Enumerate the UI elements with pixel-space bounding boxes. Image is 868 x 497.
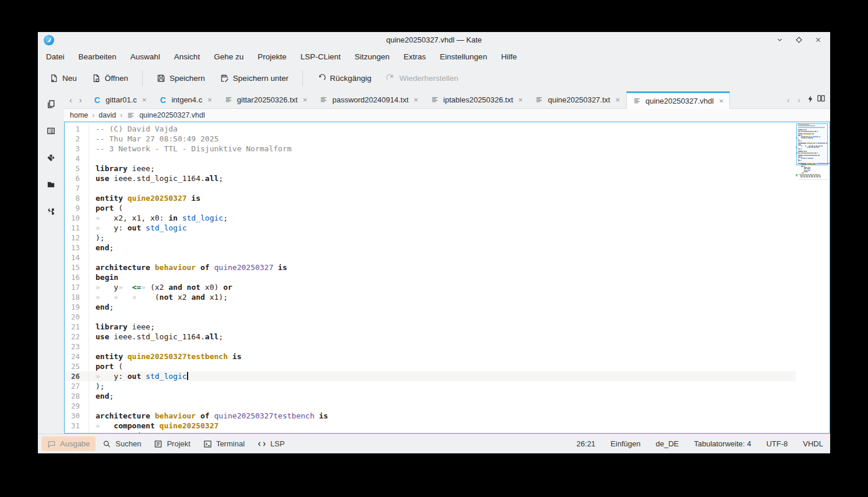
tab-close-icon[interactable]: × [206, 95, 212, 104]
code-line-14[interactable]: 14 [65, 253, 830, 262]
split-view-button[interactable] [817, 94, 825, 106]
tab-iptables20250326.txt[interactable]: iptables20250326.txt× [425, 91, 530, 108]
sidebar-documents-button[interactable] [42, 95, 61, 113]
toggle-lsp[interactable]: LSP [252, 436, 291, 451]
tab-close-icon[interactable]: × [302, 95, 308, 104]
sidebar-filesystem-browser-button[interactable] [42, 175, 61, 194]
code-line-29[interactable]: 29 [65, 401, 830, 411]
menu-hilfe[interactable]: Hilfe [494, 50, 524, 63]
sidebar-project-panel-button[interactable] [42, 122, 61, 140]
quick-open-button[interactable] [806, 94, 814, 105]
code-line-15[interactable]: 15architecture behaviour of quine2025032… [65, 262, 830, 272]
code-line-3[interactable]: 3-- 3 Network - TTL - Disjunktive Normal… [65, 144, 830, 154]
syntax-mode[interactable]: VHDL [803, 439, 823, 448]
rückgängig-button[interactable]: Rückgängig [310, 70, 378, 87]
code-line-2[interactable]: 2-- Thu Mar 27 08:50:49 2025 [65, 134, 830, 144]
line-number: 4 [65, 154, 80, 164]
code-line-16[interactable]: 16begin [65, 272, 830, 282]
menu-projekte[interactable]: Projekte [250, 50, 294, 63]
breadcrumb-home[interactable]: home [70, 111, 88, 119]
speichern-unter-button[interactable]: Speichern unter [213, 70, 295, 87]
speichern-button[interactable]: Speichern [150, 70, 212, 87]
minimap-viewport[interactable] [796, 123, 828, 165]
tab-bar: ‹ ›Cgittar01.c×Cintgen4.c×gittar20250326… [64, 91, 830, 109]
history-back-button[interactable]: ‹ [784, 95, 793, 105]
code-area[interactable]: 1-- (C) David Vajda2-- Thu Mar 27 08:50:… [65, 122, 830, 433]
toggle-ausgabe[interactable]: Ausgabe [41, 436, 96, 451]
minimap-scrollbar[interactable] [796, 122, 830, 433]
code-line-24[interactable]: 24entity quine20250327testbench is [65, 352, 830, 361]
code-line-28[interactable]: 28end; [65, 391, 830, 401]
menu-datei[interactable]: Datei [39, 50, 72, 63]
tab-password20240914.txt[interactable]: password20240914.txt× [313, 91, 424, 108]
tab-close-icon[interactable]: × [141, 95, 147, 104]
tab-quine20250327.txt[interactable]: quine20250327.txt× [529, 91, 626, 108]
code-line-26[interactable]: 26» y: out std_logic [65, 371, 830, 381]
neu-button[interactable]: Neu [43, 70, 84, 87]
tab-scroll-left[interactable]: ‹ [66, 95, 75, 105]
menu-lsp-client[interactable]: LSP-CLient [294, 50, 348, 63]
breadcrumb-file[interactable]: quine20250327.vhdl [139, 111, 205, 119]
tab-width[interactable]: Tabulatorweite: 4 [694, 439, 751, 448]
text-file-icon [126, 111, 135, 120]
code-line-18[interactable]: 18» » » (not x2 and x1); [65, 292, 830, 302]
menu-bearbeiten[interactable]: Bearbeiten [72, 50, 124, 63]
code-line-12[interactable]: 12); [65, 233, 830, 243]
tab-intgen4.c[interactable]: Cintgen4.c× [153, 91, 218, 108]
code-line-8[interactable]: 8entity quine20250327 is [65, 193, 830, 203]
öffnen-button[interactable]: Öffnen [85, 70, 135, 87]
breadcrumb-david[interactable]: david [98, 111, 116, 119]
code-line-5[interactable]: 5library ieee; [65, 164, 830, 173]
tab-quine20250327.vhdl[interactable]: quine20250327.vhdl× [626, 91, 730, 109]
code-line-17[interactable]: 17» y» <=» (x2 and not x0) or [65, 282, 830, 292]
editor-view[interactable]: 1-- (C) David Vajda2-- Thu Mar 27 08:50:… [64, 122, 830, 434]
code-line-30[interactable]: 30architecture behaviour of quine2025032… [65, 411, 830, 421]
minimize-button[interactable] [776, 36, 784, 44]
menu-sitzungen[interactable]: Sitzungen [348, 50, 397, 63]
toggle-suchen[interactable]: Suchen [97, 436, 147, 451]
insert-mode[interactable]: Einfügen [611, 439, 640, 448]
code-line-22[interactable]: 22use ieee.std_logic_1164.all; [65, 332, 830, 342]
left-sidebar-dock [38, 91, 64, 434]
encoding[interactable]: UTF-8 [766, 439, 788, 448]
code-line-4[interactable]: 4 [65, 154, 830, 164]
menu-ansicht[interactable]: Ansicht [167, 50, 207, 63]
code-line-27[interactable]: 27); [65, 381, 830, 391]
code-line-6[interactable]: 6use ieee.std_logic_1164.all; [65, 173, 830, 183]
code-line-10[interactable]: 10» x2, x1, x0: in std_logic; [65, 213, 830, 223]
code-line-11[interactable]: 11» y: out std_logic [65, 223, 830, 233]
menu-extras[interactable]: Extras [397, 50, 433, 63]
code-line-19[interactable]: 19end; [65, 302, 830, 312]
code-line-25[interactable]: 25port ( [65, 361, 830, 371]
code-line-7[interactable]: 7 [65, 183, 830, 193]
tab-close-icon[interactable]: × [718, 97, 724, 105]
code-line-20[interactable]: 20 [65, 312, 830, 322]
tab-close-icon[interactable]: × [412, 95, 418, 104]
code-line-1[interactable]: 1-- (C) David Vajda [65, 124, 830, 134]
cursor-position[interactable]: 26:21 [577, 439, 596, 448]
history-forward-button[interactable]: › [795, 95, 803, 105]
toggle-projekt[interactable]: Projekt [148, 436, 196, 451]
menu-gehe-zu[interactable]: Gehe zu [207, 50, 250, 63]
code-line-32[interactable]: 32» port ( [65, 431, 830, 434]
tab-close-icon[interactable]: × [614, 95, 620, 104]
tab-gittar20250326.txt[interactable]: gittar20250326.txt× [218, 91, 314, 108]
code-line-9[interactable]: 9port ( [65, 203, 830, 213]
tab-scroll-right[interactable]: › [76, 95, 85, 105]
maximize-button[interactable] [795, 36, 803, 44]
close-button[interactable] [814, 36, 822, 44]
code-line-13[interactable]: 13end; [65, 243, 830, 253]
code-line-23[interactable]: 23 [65, 342, 830, 352]
tab-close-icon[interactable]: × [517, 95, 523, 104]
toggle-terminal[interactable]: Terminal [197, 436, 250, 451]
sidebar-lsp-symbols-button[interactable] [42, 202, 61, 221]
line-number: 11 [65, 223, 80, 233]
sidebar-git-button[interactable] [42, 148, 61, 167]
title-bar[interactable]: quine20250327.vhdl — Kate [38, 32, 830, 48]
menu-auswahl[interactable]: Auswahl [124, 50, 167, 63]
code-line-21[interactable]: 21library ieee; [65, 322, 830, 332]
menu-einstellungen[interactable]: Einstellungen [433, 50, 494, 63]
dictionary[interactable]: de_DE [655, 439, 679, 448]
tab-gittar01.c[interactable]: Cgittar01.c× [87, 91, 153, 108]
code-line-31[interactable]: 31» component quine20250327 [65, 421, 830, 431]
